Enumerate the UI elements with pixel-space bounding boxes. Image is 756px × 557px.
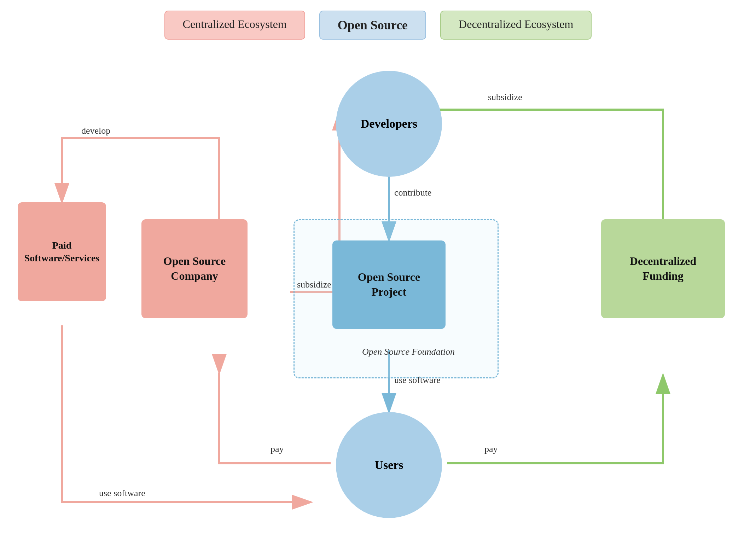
paid-software-node: Paid Software/Services [18,202,106,301]
label-pay-left: pay [271,444,284,454]
os-foundation-label: Open Source Foundation [361,347,456,357]
label-subsidize-right: subsidize [488,92,522,103]
label-develop: develop [81,126,110,136]
label-use-software-bottom: use software [99,488,145,499]
label-contribute: contribute [394,187,431,198]
legend-decentralized: Decentralized Ecosystem [440,11,592,40]
open-source-project-label: Open Source Project [358,270,420,299]
legend-centralized: Centralized Ecosystem [164,11,305,40]
users-node: Users [336,412,442,518]
users-label: Users [374,458,403,472]
diagram-container: Centralized Ecosystem Open Source Decent… [0,0,756,557]
label-subsidize-left: subsidize [297,279,331,290]
paid-software-label: Paid Software/Services [24,239,100,265]
legend: Centralized Ecosystem Open Source Decent… [0,11,756,40]
decentralized-funding-label: Decentralized Funding [630,254,696,283]
open-source-company-node: Open Source Company [141,219,248,318]
developers-label: Developers [361,117,418,130]
decentralized-funding-node: Decentralized Funding [601,219,725,318]
label-use-software-down: use software [394,375,441,385]
label-pay-right: pay [484,444,498,454]
open-source-company-label: Open Source Company [163,254,226,283]
developers-node: Developers [336,71,442,177]
legend-open-source: Open Source [319,11,426,40]
open-source-project-node: Open Source Project [332,240,446,329]
